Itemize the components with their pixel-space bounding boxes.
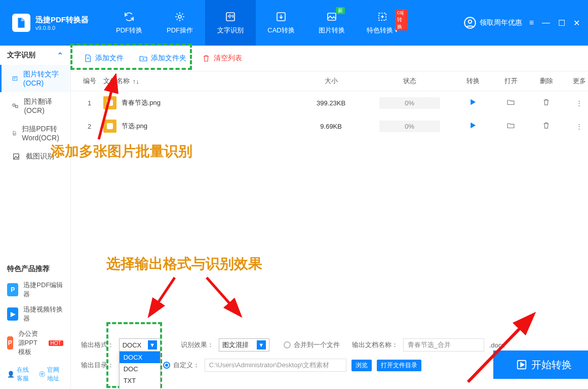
tab-ocr[interactable]: 文字识别	[205, 0, 256, 46]
folder-icon	[506, 121, 515, 130]
download-icon	[275, 11, 287, 23]
dir-path-field[interactable]: C:\Users\Administrator\Desktop\文档素材	[205, 359, 346, 372]
open-dir-button[interactable]: 打开文件目录	[377, 360, 421, 371]
user-icon: 👤	[7, 371, 15, 378]
start-label: 开始转换	[531, 358, 572, 372]
promo-label: 领取周年优惠	[480, 18, 522, 27]
th-open: 打开	[493, 76, 529, 86]
row-convert-button[interactable]	[453, 121, 493, 131]
svg-rect-3	[328, 13, 336, 20]
scan-text-icon	[224, 11, 237, 23]
link-website[interactable]: ⓔ 官网地址	[39, 366, 63, 383]
clear-list-button[interactable]: 清空列表	[200, 51, 244, 66]
row-progress: 0%	[379, 97, 440, 109]
format-option[interactable]: DOC	[120, 363, 160, 375]
app-version: v9.0.8.0	[35, 25, 89, 31]
merge-checkbox[interactable]	[284, 341, 291, 348]
add-file-button[interactable]: 添加文件	[81, 51, 126, 66]
row-more-button[interactable]: ⋮	[564, 123, 588, 130]
dir-custom-radio[interactable]	[163, 362, 170, 369]
th-more: 更多	[564, 76, 588, 86]
user-circle-icon	[463, 16, 477, 29]
add-folder-button[interactable]: 添加文件夹	[137, 51, 188, 66]
th-name[interactable]: 文件名称 ↑↓	[103, 76, 296, 86]
folder-icon	[506, 98, 515, 106]
start-convert-button[interactable]: 开始转换	[493, 351, 588, 379]
maximize-icon[interactable]: ☐	[558, 18, 565, 28]
row-convert-button[interactable]	[453, 98, 493, 108]
promo-ppt-templates[interactable]: P 办公资源PPT模板 HOT	[0, 326, 70, 360]
row-progress: 0%	[379, 121, 440, 132]
promo-item-label: 迅捷PDF编辑器	[23, 281, 63, 299]
tab-label: PDF操作	[167, 26, 193, 35]
effect-value: 图文混排	[222, 340, 249, 349]
tab-label: 特色转换 ▾	[367, 26, 399, 35]
row-delete-button[interactable]	[529, 121, 564, 131]
chevron-up-icon: ⌃	[57, 51, 63, 59]
link-support[interactable]: 👤 在线客服	[7, 366, 32, 383]
svg-rect-8	[13, 104, 15, 106]
trash-icon	[202, 54, 211, 63]
output-name-field[interactable]: 青春节选_合并	[403, 338, 484, 352]
sidebar-item-label: 图片转文字(OCR)	[23, 70, 63, 87]
effect-select[interactable]: 图文混排 ▼	[219, 338, 269, 352]
table-row: 1 青春节选.png 399.23KB 0% ⋮	[71, 91, 588, 114]
add-file-label: 添加文件	[95, 54, 124, 63]
tab-special-convert[interactable]: caj转换 特色转换 ▾	[357, 0, 408, 46]
badge-new: 新	[336, 7, 345, 14]
sidebar-item-pdf-to-word[interactable]: 扫描PDF转Word(OCR)	[0, 120, 70, 147]
app-icon: P	[7, 283, 18, 296]
badge-caj: caj转换	[395, 9, 408, 30]
promo-video-converter[interactable]: ▶ 迅捷视频转换器	[0, 302, 70, 326]
app-icon: ▶	[7, 307, 18, 321]
row-open-button[interactable]	[493, 121, 529, 131]
th-convert: 转换	[453, 76, 493, 86]
browse-button[interactable]: 浏览	[351, 360, 372, 371]
sidebar-item-label: 图片翻译(OCR)	[24, 97, 63, 114]
row-open-button[interactable]	[493, 98, 529, 108]
sidebar-section-head[interactable]: 文字识别 ⌃	[0, 46, 70, 65]
row-delete-button[interactable]	[529, 98, 564, 108]
app-icon: P	[7, 336, 13, 349]
row-index: 1	[76, 99, 103, 107]
promo-item-label: 办公资源PPT模板	[18, 329, 42, 357]
sidebar-item-label: 扫描PDF转Word(OCR)	[22, 125, 63, 142]
close-icon[interactable]: ✕	[573, 18, 580, 28]
folder-plus-icon	[139, 54, 148, 63]
row-size: 399.23KB	[296, 99, 367, 107]
promo-anniversary-button[interactable]: 领取周年优惠	[463, 16, 522, 29]
refresh-icon	[123, 11, 135, 23]
tab-pdf-operate[interactable]: PDF操作	[154, 0, 205, 46]
sidebar-item-image-ocr[interactable]: 图片转文字(OCR)	[0, 65, 70, 92]
gear-icon	[174, 11, 186, 23]
globe-icon: ⓔ	[39, 370, 45, 379]
th-status: 状态	[367, 76, 453, 86]
tab-image-convert[interactable]: 新 图片转换	[306, 0, 357, 46]
hot-badge: HOT	[49, 340, 63, 346]
tab-pdf-convert[interactable]: PDF转换	[104, 0, 154, 46]
format-option[interactable]: XLSX	[120, 386, 160, 389]
format-option[interactable]: TXT	[120, 375, 160, 386]
minimize-icon[interactable]: —	[542, 18, 550, 27]
sidebar-item-screenshot-ocr[interactable]: 截图识别	[0, 147, 70, 166]
play-icon	[468, 121, 477, 130]
image-file-icon	[103, 96, 116, 109]
promo-pdf-editor[interactable]: P 迅捷PDF编辑器	[0, 278, 70, 302]
th-size: 大小	[296, 76, 367, 86]
svg-point-6	[468, 20, 472, 24]
row-more-button[interactable]: ⋮	[564, 99, 588, 107]
effect-label: 识别效果：	[181, 340, 214, 349]
tab-cad-convert[interactable]: CAD转换	[256, 0, 306, 46]
format-option[interactable]: DOCX	[120, 352, 160, 363]
text-scan-icon	[12, 74, 18, 83]
svg-rect-9	[16, 105, 18, 107]
app-logo-block: 迅捷PDF转换器 v9.0.8.0	[0, 0, 99, 46]
sidebar-item-image-translate[interactable]: 图片翻译(OCR)	[0, 92, 70, 120]
output-format-select[interactable]: DOCX ▼	[119, 338, 161, 352]
arrow-annotation-icon	[144, 275, 185, 320]
tab-label: PDF转换	[116, 26, 142, 35]
chevron-down-icon: ▼	[148, 340, 157, 349]
promo-item-label: 迅捷视频转换器	[23, 305, 63, 323]
menu-icon[interactable]: ≡	[529, 18, 534, 27]
file-plus-icon	[83, 54, 92, 63]
